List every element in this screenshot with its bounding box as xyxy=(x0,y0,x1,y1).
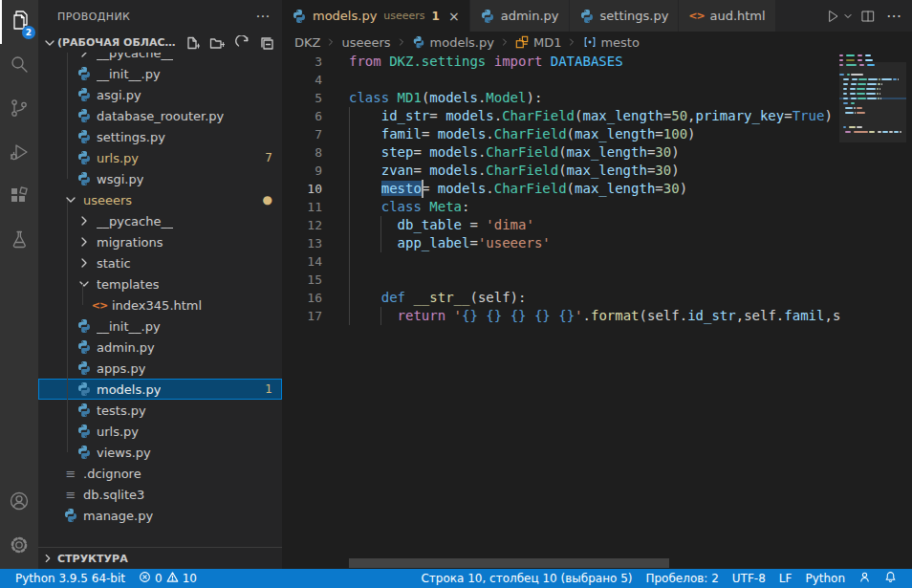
run-dropdown-button[interactable] xyxy=(842,6,854,27)
tree-item-label: wsgi.py xyxy=(97,172,143,186)
activity-explorer[interactable]: 2 xyxy=(0,0,38,44)
python-file-icon xyxy=(76,381,92,397)
tree-item-label: useeers xyxy=(83,193,132,207)
tree-item-migrations[interactable]: migrations xyxy=(38,231,282,252)
tree-item-models.py[interactable]: models.py1 xyxy=(38,379,282,400)
collapse-folders-button[interactable] xyxy=(257,33,276,53)
python-file-icon xyxy=(76,318,92,334)
breadcrumb-item-DKZ[interactable]: DKZ xyxy=(294,35,320,50)
activity-testing[interactable] xyxy=(0,220,38,264)
tree-item-label: apps.py xyxy=(97,361,145,376)
scm-icon xyxy=(8,97,31,123)
tree-item-__init__.py[interactable]: __init__.py xyxy=(38,316,282,337)
line-number: 5 xyxy=(282,89,322,107)
activity-run-and-debug[interactable] xyxy=(0,132,38,176)
horizontal-scrollbar[interactable] xyxy=(349,558,669,568)
tree-item-label: asgi.py xyxy=(97,88,141,102)
tree-item-urls.py[interactable]: urls.py7 xyxy=(38,147,282,168)
code-line-11: 11 class Meta: xyxy=(282,198,912,216)
tree-item-db.sqlite3[interactable]: ≡db.sqlite3 xyxy=(38,484,282,505)
activity-search[interactable] xyxy=(0,44,38,88)
python-file-icon xyxy=(76,66,92,81)
tab-badge: 1 xyxy=(432,10,440,23)
tab-aud.html[interactable]: <>aud.html xyxy=(679,0,775,32)
line-number: 8 xyxy=(282,143,322,162)
tree-item-apps.py[interactable]: apps.py xyxy=(38,358,282,379)
tree-item-settings.py[interactable]: settings.py xyxy=(38,126,282,147)
status-indentation[interactable]: Пробелов: 2 xyxy=(640,569,724,588)
activity-extensions[interactable] xyxy=(0,176,38,220)
tree-item-useeers[interactable]: useeers● xyxy=(38,189,282,210)
status-python-interpreter[interactable]: Python 3.9.5 64-bit xyxy=(10,569,131,588)
tab-models.py[interactable]: models.pyuseeers1× xyxy=(282,0,470,32)
tree-item-templates[interactable]: templates xyxy=(38,273,282,294)
activity-manage-settings[interactable] xyxy=(0,525,38,569)
activity-source-control[interactable] xyxy=(0,88,38,132)
tree-item-asgi.py[interactable]: asgi.py xyxy=(38,84,282,105)
python-file-icon xyxy=(76,424,92,439)
breadcrumb-item-useeers[interactable]: useeers xyxy=(341,35,390,50)
breadcrumb-item-MD1[interactable]: MD1 xyxy=(515,35,562,50)
code-line-content xyxy=(322,253,349,269)
code-line-12: 12 db_table = 'dima' xyxy=(282,216,912,234)
chevron-right-icon xyxy=(396,36,407,48)
tree-item-views.py[interactable]: views.py xyxy=(38,442,282,463)
search-icon xyxy=(8,53,31,79)
tree-item-tests.py[interactable]: tests.py xyxy=(38,400,282,421)
tree-item-urls.py[interactable]: urls.py xyxy=(38,421,282,442)
status-cursor-position[interactable]: Строка 10, столбец 10 (выбрано 5) xyxy=(415,569,638,588)
line-number: 11 xyxy=(282,198,322,216)
status-text: LF xyxy=(779,572,793,585)
code-line-13: 13 app_label='useeers' xyxy=(282,234,912,252)
more-editor-actions-button[interactable]: ⋯ xyxy=(882,7,906,25)
status-bar: Python 3.9.5 64-bit010 Строка 10, столбе… xyxy=(0,569,912,588)
refresh-explorer-button[interactable] xyxy=(232,33,251,53)
tree-item-static[interactable]: static xyxy=(38,252,282,273)
tree-item-manage.py[interactable]: manage.py xyxy=(38,505,282,526)
status-feedback[interactable] xyxy=(853,569,877,588)
tree-item-label: .dcignore xyxy=(83,467,141,481)
tree-indent-guide xyxy=(67,42,68,179)
python-file-icon xyxy=(76,87,92,102)
python-file-icon xyxy=(76,403,92,418)
minimap-slider[interactable] xyxy=(839,62,906,142)
breadcrumb-item-mesto[interactable]: mesto xyxy=(582,35,640,50)
tree-item-__pycache__[interactable]: __pycache__ xyxy=(38,210,282,231)
minimap[interactable] xyxy=(839,54,906,136)
tree-item-admin.py[interactable]: admin.py xyxy=(38,337,282,358)
status-language-mode[interactable]: Python xyxy=(799,569,851,588)
python-file-icon xyxy=(76,129,92,144)
tab-settings.py[interactable]: settings.py xyxy=(570,0,680,32)
close-icon[interactable]: × xyxy=(448,10,460,23)
code-line-9: 9 zvan= models.CharField(max_length=30) xyxy=(282,162,912,180)
line-number: 10 xyxy=(282,180,322,198)
file-file-icon: ≡ xyxy=(63,466,78,481)
status-encoding[interactable]: UTF-8 xyxy=(727,569,771,588)
workspace-section-header[interactable]: (РАБОЧАЯ ОБЛАСТЬ) ... xyxy=(38,33,282,53)
status-text: UTF-8 xyxy=(732,572,766,585)
tree-item-index345.html[interactable]: <>index345.html xyxy=(38,294,282,316)
warning-icon xyxy=(166,571,179,586)
new-file-button[interactable] xyxy=(183,33,202,53)
tree-item-label: __init__.py xyxy=(97,319,161,334)
explorer-more-icon[interactable]: ⋯ xyxy=(253,7,272,26)
tree-item-wsgi.py[interactable]: wsgi.py xyxy=(38,168,282,189)
tree-item-database_roouter.py[interactable]: database_roouter.py xyxy=(38,105,282,126)
breadcrumb-item-models.py[interactable]: models.py xyxy=(412,35,494,50)
tab-label: aud.html xyxy=(709,9,765,23)
outline-section-header[interactable]: СТРУКТУРА xyxy=(38,547,282,569)
code-editor[interactable]: 3from DKZ.settings import DATABASES45cla… xyxy=(282,53,912,569)
activity-accounts[interactable] xyxy=(0,481,38,525)
tab-admin.py[interactable]: admin.py xyxy=(470,0,570,32)
split-editor-button[interactable] xyxy=(858,6,879,27)
status-eol[interactable]: LF xyxy=(773,569,798,588)
python-icon xyxy=(412,35,426,50)
tree-item-.dcignore[interactable]: ≡.dcignore xyxy=(38,463,282,484)
chevron-right-icon xyxy=(566,36,577,48)
tree-item-__init__.py[interactable]: __init__.py xyxy=(38,63,282,84)
new-folder-button[interactable] xyxy=(207,33,227,53)
status-notifications[interactable] xyxy=(879,569,902,588)
error-icon xyxy=(139,571,151,586)
status-problems[interactable]: 010 xyxy=(133,569,203,588)
run-python-file-button[interactable] xyxy=(823,6,844,27)
